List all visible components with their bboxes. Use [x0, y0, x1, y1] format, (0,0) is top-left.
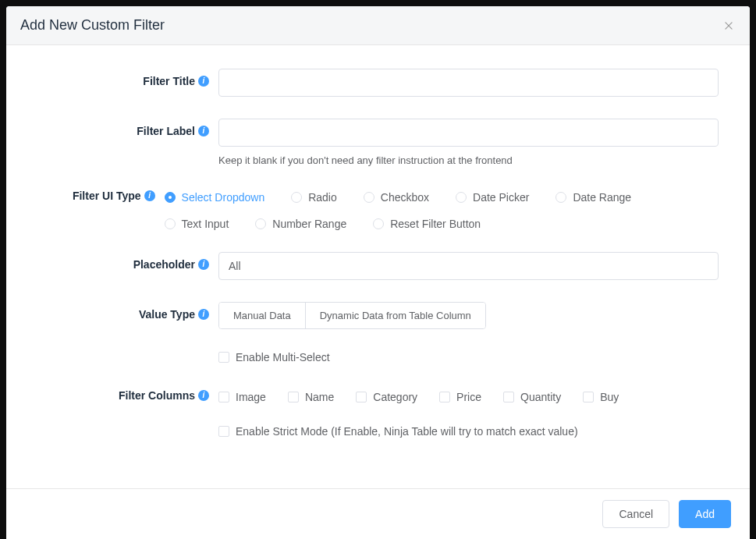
radio-icon: [373, 218, 384, 229]
row-value-type: Value Type i Manual Data Dynamic Data fr…: [37, 302, 719, 329]
checkbox-label: Quantity: [520, 391, 561, 403]
checkbox-label: Enable Multi-Select: [236, 351, 330, 363]
radio-label: Date Range: [573, 191, 631, 204]
strict-mode-checkbox[interactable]: Enable Strict Mode (If Enable, Ninja Tab…: [218, 425, 578, 438]
value-type-manual[interactable]: Manual Data: [219, 303, 305, 328]
add-button[interactable]: Add: [679, 500, 731, 528]
label-text: Placeholder: [133, 258, 195, 271]
close-icon[interactable]: [722, 19, 736, 33]
radio-label: Number Range: [272, 218, 346, 230]
label-placeholder: Placeholder i: [37, 252, 218, 271]
cancel-button[interactable]: Cancel: [602, 500, 669, 528]
radio-checkbox[interactable]: Checkbox: [364, 191, 429, 204]
radio-label: Checkbox: [381, 191, 429, 204]
label-filter-ui-type: Filter UI Type i: [37, 188, 165, 202]
radio-select-dropdown[interactable]: Select Dropdown: [165, 191, 265, 204]
row-filter-ui-type: Filter UI Type i Select Dropdown Radio: [37, 188, 719, 230]
label-text: Value Type: [139, 308, 195, 321]
filter-columns-group: Image Name Category Price: [218, 388, 719, 403]
filter-label-input[interactable]: [218, 119, 719, 147]
label-filter-columns: Filter Columns i: [37, 388, 218, 402]
checkbox-icon: [583, 392, 594, 402]
radio-text-input[interactable]: Text Input: [165, 218, 229, 230]
row-filter-columns: Filter Columns i Image Name: [37, 388, 719, 403]
filter-col-name[interactable]: Name: [288, 391, 334, 403]
radio-label: Text Input: [182, 218, 229, 230]
checkbox-icon: [218, 426, 229, 437]
radio-label: Date Picker: [473, 191, 529, 204]
checkbox-label: Name: [305, 391, 334, 403]
filter-col-image[interactable]: Image: [218, 391, 266, 403]
filter-col-buy[interactable]: Buy: [583, 391, 619, 403]
info-icon[interactable]: i: [198, 309, 209, 320]
row-filter-title: Filter Title i: [37, 69, 719, 97]
checkbox-icon: [503, 392, 514, 402]
radio-icon: [364, 192, 374, 203]
radio-number-range[interactable]: Number Range: [255, 218, 346, 230]
info-icon[interactable]: i: [198, 390, 209, 401]
radio-icon: [255, 218, 266, 229]
placeholder-input[interactable]: [218, 252, 719, 280]
row-placeholder: Placeholder i: [37, 252, 719, 280]
checkbox-label: Enable Strict Mode (If Enable, Ninja Tab…: [236, 425, 578, 438]
radio-label: Radio: [308, 191, 337, 204]
radio-icon: [456, 192, 467, 203]
checkbox-label: Image: [236, 391, 266, 403]
info-icon[interactable]: i: [198, 76, 209, 87]
label-value-type: Value Type i: [37, 302, 218, 321]
label-text: Filter Title: [143, 75, 195, 87]
modal-title: Add New Custom Filter: [20, 17, 165, 34]
row-enable-multi-select: Enable Multi-Select: [37, 351, 719, 366]
radio-radio[interactable]: Radio: [291, 191, 337, 204]
checkbox-icon: [218, 352, 229, 363]
radio-date-range[interactable]: Date Range: [555, 191, 631, 204]
modal-body: Filter Title i Filter Label i: [6, 45, 750, 488]
filter-label-help: Keep it blank if you don't need any filt…: [218, 154, 719, 166]
label-text: Filter UI Type: [73, 190, 141, 202]
filter-col-price[interactable]: Price: [439, 391, 481, 403]
value-type-segmented: Manual Data Dynamic Data from Table Colu…: [218, 302, 486, 329]
radio-icon: [555, 192, 566, 203]
checkbox-label: Buy: [600, 391, 619, 403]
checkbox-icon: [439, 392, 450, 402]
radio-icon: [291, 192, 302, 203]
filter-col-quantity[interactable]: Quantity: [503, 391, 561, 403]
radio-icon: [165, 218, 176, 229]
row-filter-label-help: Keep it blank if you don't need any filt…: [37, 154, 719, 166]
checkbox-label: Category: [373, 391, 417, 403]
label-text: Filter Columns: [119, 389, 195, 402]
modal-footer: Cancel Add: [6, 488, 750, 539]
row-strict-mode: Enable Strict Mode (If Enable, Ninja Tab…: [37, 425, 719, 440]
label-text: Filter Label: [137, 125, 195, 137]
add-filter-modal: Add New Custom Filter Filter Title i: [6, 6, 750, 539]
value-type-dynamic[interactable]: Dynamic Data from Table Column: [305, 303, 485, 328]
radio-reset-filter-button[interactable]: Reset Filter Button: [373, 218, 481, 230]
checkbox-icon: [288, 392, 299, 402]
info-icon[interactable]: i: [198, 126, 209, 137]
enable-multi-select-checkbox[interactable]: Enable Multi-Select: [218, 351, 330, 363]
label-filter-title: Filter Title i: [37, 69, 218, 87]
checkbox-icon: [218, 392, 229, 402]
modal-header: Add New Custom Filter: [6, 6, 750, 45]
filter-col-category[interactable]: Category: [356, 391, 417, 403]
filter-title-input[interactable]: [218, 69, 719, 97]
radio-date-picker[interactable]: Date Picker: [456, 191, 529, 204]
info-icon[interactable]: i: [198, 259, 209, 270]
checkbox-icon: [356, 392, 367, 402]
checkbox-label: Price: [456, 391, 481, 403]
radio-label: Reset Filter Button: [390, 218, 481, 230]
info-icon[interactable]: i: [144, 190, 155, 201]
label-filter-label: Filter Label i: [37, 119, 218, 137]
row-filter-label: Filter Label i: [37, 119, 719, 147]
radio-label: Select Dropdown: [182, 191, 265, 204]
radio-icon: [165, 192, 176, 203]
ui-type-radio-group: Select Dropdown Radio Checkbox Date: [165, 188, 719, 230]
modal-overlay: Add New Custom Filter Filter Title i: [0, 0, 756, 539]
